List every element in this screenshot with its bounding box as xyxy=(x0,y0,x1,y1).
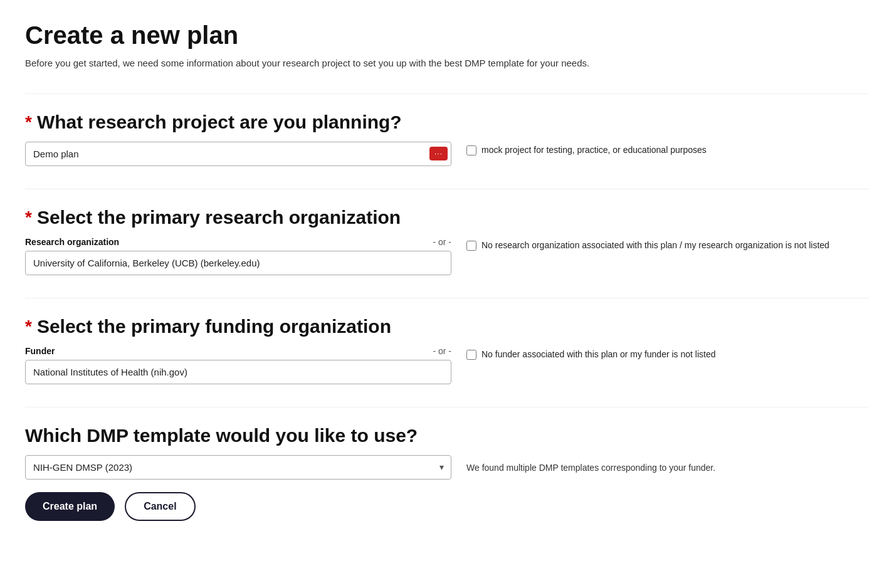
section-research-org-title: Select the primary research organization xyxy=(37,207,401,228)
required-star-2: * xyxy=(25,209,32,226)
mock-project-checkbox-label[interactable]: mock project for testing, practice, or e… xyxy=(481,144,707,157)
section-dmp-template-header: Which DMP template would you like to use… xyxy=(25,425,869,446)
cancel-button[interactable]: Cancel xyxy=(125,492,195,521)
section-funding-org-header: * Select the primary funding organizatio… xyxy=(25,316,869,337)
section-funding-org: * Select the primary funding organizatio… xyxy=(25,316,869,384)
funding-org-checkbox-wrapper: No funder associated with this plan or m… xyxy=(466,349,716,361)
research-project-form-row: ··· mock project for testing, practice, … xyxy=(25,142,869,166)
research-org-label-text: Research organization xyxy=(25,237,119,247)
dmp-template-form-right: We found multiple DMP templates correspo… xyxy=(466,455,869,473)
no-research-org-checkbox[interactable] xyxy=(466,241,476,251)
create-plan-button[interactable]: Create plan xyxy=(25,492,115,521)
research-project-input-wrapper: ··· xyxy=(25,142,451,166)
research-project-form-left: ··· xyxy=(25,142,451,166)
dmp-template-info-text: We found multiple DMP templates correspo… xyxy=(466,458,715,473)
research-org-field-label: Research organization - or - xyxy=(25,237,451,247)
section-dmp-template: Which DMP template would you like to use… xyxy=(25,425,869,480)
dmp-template-select-wrapper: NIH-GEN DMSP (2023) NSF-GEN (2021) Other… xyxy=(25,455,451,480)
section-research-project-header: * What research project are you planning… xyxy=(25,112,869,133)
funding-org-field-label: Funder - or - xyxy=(25,346,451,356)
dmp-template-select[interactable]: NIH-GEN DMSP (2023) NSF-GEN (2021) Other xyxy=(25,455,451,480)
research-org-form-left: Research organization - or - xyxy=(25,237,451,275)
research-project-input[interactable] xyxy=(25,142,451,166)
section-research-project-title: What research project are you planning? xyxy=(37,112,402,133)
required-star-1: * xyxy=(25,113,32,131)
dmp-template-form-left: NIH-GEN DMSP (2023) NSF-GEN (2021) Other… xyxy=(25,455,451,480)
research-org-input[interactable] xyxy=(25,251,451,275)
dots-icon: ··· xyxy=(434,149,443,158)
dmp-template-form-row: NIH-GEN DMSP (2023) NSF-GEN (2021) Other… xyxy=(25,455,869,480)
section-funding-org-title: Select the primary funding organization xyxy=(37,316,391,337)
divider-3 xyxy=(25,298,869,298)
research-org-form-right: No research organization associated with… xyxy=(466,237,869,252)
no-funder-checkbox-label[interactable]: No funder associated with this plan or m… xyxy=(481,349,716,361)
page-title: Create a new plan xyxy=(25,20,869,50)
required-star-3: * xyxy=(25,318,32,335)
no-research-org-checkbox-label[interactable]: No research organization associated with… xyxy=(481,239,829,252)
funding-org-form-left: Funder - or - xyxy=(25,346,451,384)
research-org-form-row: Research organization - or - No research… xyxy=(25,237,869,275)
funding-org-label-text: Funder xyxy=(25,346,55,356)
divider-4 xyxy=(25,407,869,407)
funding-org-form-right: No funder associated with this plan or m… xyxy=(466,346,869,361)
research-org-or-separator: - or - xyxy=(433,237,451,247)
funding-org-form-row: Funder - or - No funder associated with … xyxy=(25,346,869,384)
form-actions: Create plan Cancel xyxy=(25,492,869,521)
research-project-form-right: mock project for testing, practice, or e… xyxy=(466,142,869,157)
page-subtitle: Before you get started, we need some inf… xyxy=(25,56,869,71)
divider-1 xyxy=(25,93,869,94)
research-project-icon-button[interactable]: ··· xyxy=(429,147,448,160)
divider-2 xyxy=(25,189,869,189)
mock-project-checkbox[interactable] xyxy=(466,145,476,155)
funding-org-or-separator: - or - xyxy=(433,346,451,356)
section-research-org-header: * Select the primary research organizati… xyxy=(25,207,869,228)
funding-org-input[interactable] xyxy=(25,360,451,384)
research-org-checkbox-wrapper: No research organization associated with… xyxy=(466,239,829,252)
research-project-checkbox-wrapper: mock project for testing, practice, or e… xyxy=(466,144,707,157)
section-research-project: * What research project are you planning… xyxy=(25,112,869,166)
section-research-org: * Select the primary research organizati… xyxy=(25,207,869,275)
no-funder-checkbox[interactable] xyxy=(466,350,476,360)
section-dmp-template-title: Which DMP template would you like to use… xyxy=(25,425,418,446)
